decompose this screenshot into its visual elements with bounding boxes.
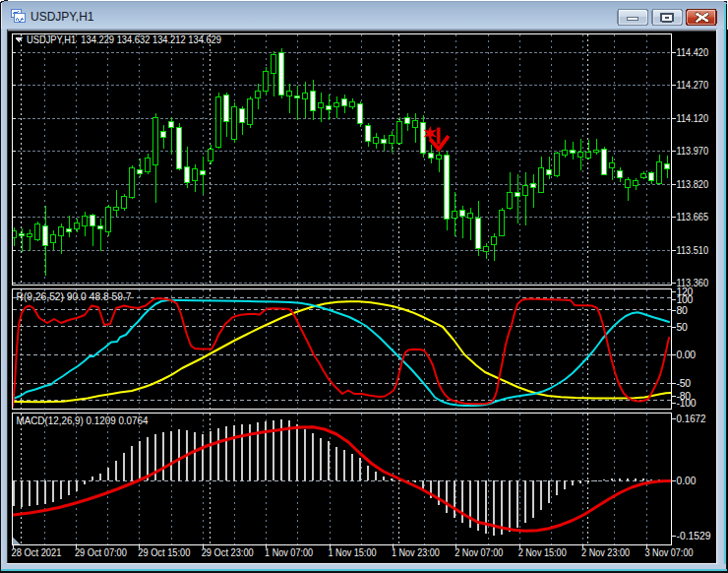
svg-text:USDJPY,H1 134.229 134.632 134: USDJPY,H1 134.229 134.632 134.212 134.62… (27, 33, 221, 45)
svg-text:113.665: 113.665 (677, 211, 709, 223)
svg-text:-50: -50 (677, 377, 692, 389)
svg-text:114.420: 114.420 (677, 46, 709, 58)
svg-text:1 Nov 15:00: 1 Nov 15:00 (329, 546, 377, 558)
svg-text:80: 80 (677, 304, 689, 316)
svg-text:MACD(12,26,9) 0.1209 0.0764: MACD(12,26,9) 0.1209 0.0764 (17, 414, 149, 426)
svg-text:50: 50 (677, 321, 689, 333)
svg-text:2 Nov 23:00: 2 Nov 23:00 (581, 546, 630, 558)
svg-text:113.970: 113.970 (677, 145, 709, 157)
svg-text:29 Oct 15:00: 29 Oct 15:00 (138, 546, 190, 558)
svg-text:28 Oct 2021: 28 Oct 2021 (12, 546, 62, 558)
svg-text:0.00: 0.00 (677, 349, 697, 360)
svg-text:-100: -100 (677, 397, 697, 409)
svg-text:0.1672: 0.1672 (677, 413, 706, 424)
svg-text:2 Nov 07:00: 2 Nov 07:00 (455, 546, 503, 558)
svg-text:29 Oct 23:00: 29 Oct 23:00 (202, 546, 254, 558)
svg-text:114.270: 114.270 (677, 79, 709, 91)
svg-text:1 Nov 23:00: 1 Nov 23:00 (392, 546, 440, 558)
svg-text:3 Nov 07:00: 3 Nov 07:00 (645, 546, 694, 558)
svg-text:R(9,26,52) 90.0 48.8 59.7: R(9,26,52) 90.0 48.8 59.7 (17, 290, 132, 302)
svg-text:114.120: 114.120 (677, 112, 709, 124)
svg-text:2 Nov 15:00: 2 Nov 15:00 (518, 546, 567, 558)
svg-text:1 Nov 07:00: 1 Nov 07:00 (265, 546, 313, 558)
svg-text:113.510: 113.510 (677, 244, 709, 256)
svg-text:-0.1529: -0.1529 (677, 530, 711, 541)
svg-text:113.820: 113.820 (677, 178, 709, 190)
svg-text:USDJPY,H1: USDJPY,H1 (30, 10, 94, 24)
svg-text:29 Oct 07:00: 29 Oct 07:00 (75, 546, 127, 558)
svg-text:0.00: 0.00 (677, 475, 697, 486)
svg-text:100: 100 (677, 293, 694, 305)
